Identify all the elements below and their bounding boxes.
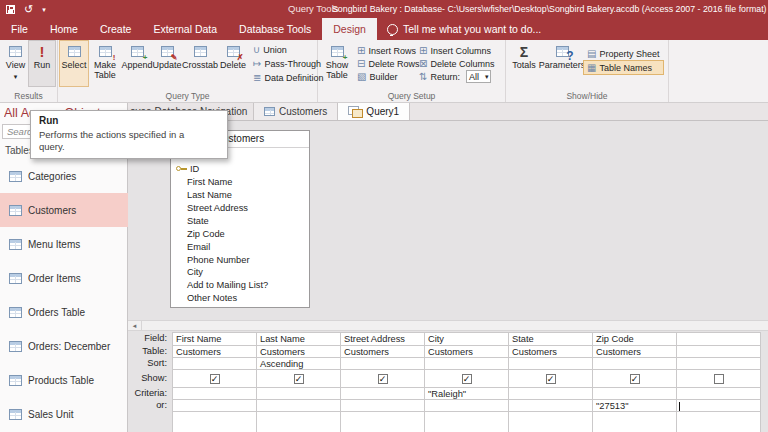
empty-cell-4[interactable]	[509, 412, 593, 432]
sort-cell-5[interactable]	[593, 358, 677, 370]
sort-cell-3[interactable]	[425, 358, 509, 370]
empty-cell-3[interactable]	[425, 412, 509, 432]
ribbon-tab-design[interactable]: Design	[322, 18, 377, 40]
field-cell-6[interactable]	[677, 333, 761, 346]
show-checkbox[interactable]: ✓	[210, 374, 220, 384]
or-cell-3[interactable]	[425, 400, 509, 412]
or-cell-6[interactable]	[677, 400, 761, 412]
horizontal-scrollbar[interactable]: ◄	[128, 320, 768, 331]
table-cell-4[interactable]: Customers	[509, 346, 593, 358]
show-checkbox[interactable]: ✓	[294, 374, 304, 384]
run-button[interactable]: ! Run	[29, 41, 55, 86]
field-row-other-notes[interactable]: Other Notes	[171, 292, 309, 305]
field-cell-2[interactable]: Street Address	[341, 333, 425, 346]
save-icon[interactable]	[6, 5, 15, 14]
criteria-cell-5[interactable]	[593, 388, 677, 400]
field-cell-0[interactable]: First Name	[173, 333, 257, 346]
table-cell-5[interactable]: Customers	[593, 346, 677, 358]
delete-button[interactable]: ✗Delete	[218, 41, 248, 86]
field-row-city[interactable]: City	[171, 266, 309, 279]
nav-item-sales-unit[interactable]: Sales Unit	[0, 397, 128, 431]
or-cell-4[interactable]	[509, 400, 593, 412]
or-cell-2[interactable]	[341, 400, 425, 412]
or-cell-5[interactable]: "27513"	[593, 400, 677, 412]
ribbon-tab-create[interactable]: Create	[89, 18, 143, 40]
nav-item-products-table[interactable]: Products Table	[0, 363, 128, 397]
field-row-phone-number[interactable]: Phone Number	[171, 253, 309, 266]
field-row-zip-code[interactable]: Zip Code	[171, 227, 309, 240]
criteria-cell-1[interactable]	[257, 388, 341, 400]
make-table-button[interactable]: !Make Table	[88, 41, 122, 86]
data-definition-button[interactable]: ≣Data Definition	[250, 71, 326, 84]
criteria-cell-2[interactable]	[341, 388, 425, 400]
delete-columns-button[interactable]: ⊠Delete Columns	[416, 57, 506, 70]
builder-button[interactable]: ▧Builder	[354, 70, 416, 83]
view-button[interactable]: View ▾	[2, 41, 29, 86]
ribbon-tab-external-data[interactable]: External Data	[142, 18, 228, 40]
customize-toolbar-icon[interactable]: ▾	[42, 6, 46, 13]
sort-cell-4[interactable]	[509, 358, 593, 370]
show-cell-1[interactable]: ✓	[257, 370, 341, 388]
table-cell-1[interactable]: Customers	[257, 346, 341, 358]
field-row-street-address[interactable]: Street Address	[171, 202, 309, 215]
ribbon-tab-home[interactable]: Home	[39, 18, 89, 40]
show-table-button[interactable]: + Show Table	[320, 41, 354, 86]
return-value[interactable]: All ▾	[466, 70, 492, 83]
sort-cell-6[interactable]	[677, 358, 761, 370]
show-checkbox[interactable]: ✓	[546, 374, 556, 384]
or-cell-0[interactable]	[173, 400, 257, 412]
show-cell-0[interactable]: ✓	[173, 370, 257, 388]
table-cell-0[interactable]: Customers	[173, 346, 257, 358]
append-button[interactable]: +Append	[122, 41, 152, 86]
empty-cell-0[interactable]	[173, 412, 257, 432]
empty-cell-2[interactable]	[341, 412, 425, 432]
table-cell-3[interactable]: Customers	[425, 346, 509, 358]
doc-tab-query1[interactable]: Query1	[338, 103, 410, 120]
ribbon-tab-file[interactable]: File	[0, 18, 39, 40]
property-sheet-button[interactable]: ▤Property Sheet	[584, 47, 663, 60]
nav-item-order-items[interactable]: Order Items	[0, 261, 128, 295]
field-row-first-name[interactable]: First Name	[171, 176, 309, 189]
show-cell-4[interactable]: ✓	[509, 370, 593, 388]
show-checkbox[interactable]: ✓	[630, 374, 640, 384]
field-row-email[interactable]: Email	[171, 240, 309, 253]
show-cell-3[interactable]: ✓	[425, 370, 509, 388]
sort-cell-0[interactable]	[173, 358, 257, 370]
insert-columns-button[interactable]: ⊞Insert Columns	[416, 44, 506, 57]
union-button[interactable]: ∪Union	[250, 43, 326, 56]
field-cell-4[interactable]: State	[509, 333, 593, 346]
field-row-state[interactable]: State	[171, 214, 309, 227]
pass-through-button[interactable]: ↦Pass-Through	[250, 57, 326, 70]
nav-item-orders-table[interactable]: Orders Table	[0, 295, 128, 329]
parameters-button[interactable]: ? Parameters	[540, 41, 584, 86]
table-cell-2[interactable]: Customers	[341, 346, 425, 358]
nav-item-orders-december[interactable]: Orders: December	[0, 329, 128, 363]
empty-cell-5[interactable]	[593, 412, 677, 432]
table-names-button[interactable]: ▦Table Names	[584, 61, 663, 74]
field-row-id[interactable]: ID	[171, 163, 309, 176]
undo-icon[interactable]: ↺	[24, 4, 33, 15]
show-cell-5[interactable]: ✓	[593, 370, 677, 388]
show-cell-6[interactable]	[677, 370, 761, 388]
field-cell-5[interactable]: Zip Code	[593, 333, 677, 346]
nav-item-categories[interactable]: Categories	[0, 159, 128, 193]
scroll-left-icon[interactable]: ◄	[128, 321, 142, 330]
show-checkbox[interactable]: ✓	[378, 374, 388, 384]
criteria-cell-3[interactable]: "Raleigh"	[425, 388, 509, 400]
return-dropdown[interactable]: ⇅ Return: All ▾	[416, 70, 506, 83]
table-cell-6[interactable]	[677, 346, 761, 358]
field-cell-3[interactable]: City	[425, 333, 509, 346]
criteria-cell-0[interactable]	[173, 388, 257, 400]
field-row-add-to-mailing-list[interactable]: Add to Mailing List?	[171, 279, 309, 292]
field-row-last-name[interactable]: Last Name	[171, 189, 309, 202]
doc-tab-customers[interactable]: Customers	[254, 103, 338, 120]
nav-item-menu-items[interactable]: Menu Items	[0, 227, 128, 261]
totals-button[interactable]: Σ Totals	[508, 41, 540, 86]
show-checkbox[interactable]	[714, 374, 724, 384]
delete-rows-button[interactable]: ⊟Delete Rows	[354, 57, 416, 70]
show-checkbox[interactable]: ✓	[462, 374, 472, 384]
sort-cell-1[interactable]: Ascending	[257, 358, 341, 370]
ribbon-tab-database-tools[interactable]: Database Tools	[228, 18, 322, 40]
select-button[interactable]: Select	[60, 41, 88, 86]
insert-rows-button[interactable]: ⊞Insert Rows	[354, 44, 416, 57]
